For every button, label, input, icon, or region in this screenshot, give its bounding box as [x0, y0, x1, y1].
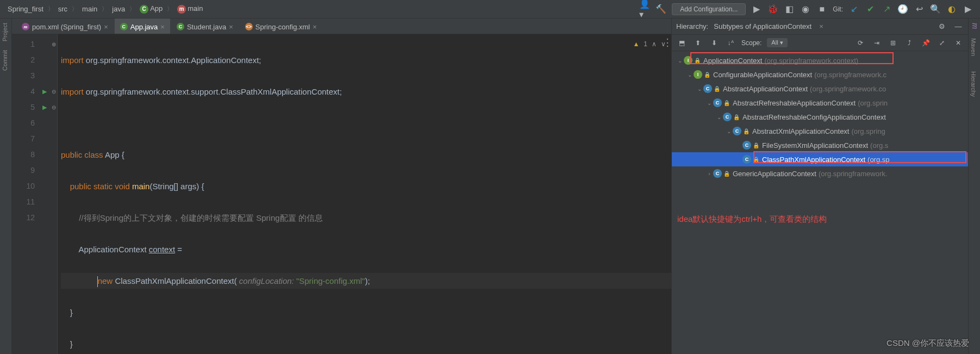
- class-name: FileSystemXmlApplicationContext: [762, 141, 868, 150]
- lock-icon: 🔒: [723, 100, 730, 106]
- hierarchy-node[interactable]: C🔒FileSystemXmlApplicationContext(org.s: [672, 138, 968, 152]
- tab-label: Student.java: [187, 23, 226, 31]
- tab-student-java[interactable]: CStudent.java×: [171, 18, 239, 34]
- warning-icon[interactable]: ▲: [633, 36, 639, 52]
- maven-tool-label[interactable]: Maven: [969, 34, 978, 60]
- git-revert-icon[interactable]: ↩: [914, 4, 925, 15]
- crumb-java[interactable]: java: [110, 5, 127, 13]
- close-tab-icon[interactable]: ×: [160, 23, 165, 31]
- lock-icon: 🔒: [704, 72, 710, 78]
- hierarchy-node[interactable]: ›C🔒GenericApplicationContext(org.springf…: [672, 166, 968, 181]
- tab-spring-config-xml[interactable]: <>Spring-config.xml×: [240, 18, 322, 34]
- annotation-text: idea默认快捷键为ctrl+h，可查看类的结构: [677, 214, 827, 225]
- expand-all-icon[interactable]: ⊞: [888, 38, 898, 48]
- profile-icon[interactable]: ◉: [800, 4, 811, 15]
- class-icon: C: [723, 113, 732, 121]
- crumb-project[interactable]: Spring_first: [5, 5, 46, 13]
- package-name: (org.sp: [867, 156, 889, 164]
- code-content[interactable]: import org.springframework.context.Appli…: [58, 34, 671, 354]
- class-icon: C: [703, 84, 712, 93]
- hierarchy-tool-tab[interactable]: Hierarchy: [969, 67, 978, 101]
- maven-tool-tab[interactable]: m: [969, 18, 980, 34]
- expand-arrow-icon[interactable]: ⌄: [706, 100, 713, 106]
- package-name: (org.spring: [851, 127, 885, 135]
- gear-icon[interactable]: ⚙: [937, 21, 947, 32]
- expand-arrow-icon[interactable]: ⌄: [696, 86, 703, 92]
- class-name: ApplicationContext: [703, 57, 762, 65]
- crumb-method[interactable]: mmain: [175, 4, 205, 14]
- tab-pom-xml-spring_first-[interactable]: mpom.xml (Spring_first)×: [16, 18, 114, 34]
- git-label: Git:: [833, 5, 843, 13]
- supertypes-icon[interactable]: ⬆: [692, 38, 703, 48]
- crumb-src[interactable]: src: [56, 5, 70, 13]
- crumb-class[interactable]: CApp: [138, 4, 165, 14]
- pin-icon[interactable]: 📌: [920, 38, 931, 48]
- hierarchy-node[interactable]: ⌄C🔒AbstractRefreshableConfigApplicationC…: [672, 110, 968, 124]
- tab-app-java[interactable]: CApp.java×: [115, 18, 170, 34]
- subtypes-icon[interactable]: ⬇: [709, 38, 720, 48]
- hierarchy-node[interactable]: C🔒ClassPathXmlApplicationContext(org.sp: [672, 152, 968, 166]
- git-push-icon[interactable]: ↗: [881, 4, 892, 15]
- file-type-icon: C: [120, 23, 128, 30]
- refresh-icon[interactable]: ⟳: [855, 38, 866, 48]
- coverage-icon[interactable]: ◧: [784, 4, 795, 15]
- expand-arrow-icon[interactable]: ⌄: [676, 58, 684, 64]
- user-icon[interactable]: 👤▾: [639, 4, 650, 15]
- restore-icon[interactable]: ⤢: [937, 38, 947, 48]
- class-icon: C: [733, 127, 741, 135]
- ide-settings-icon[interactable]: ◐: [946, 4, 957, 15]
- commit-tool-tab[interactable]: Commit: [0, 46, 10, 75]
- git-update-icon[interactable]: ↙: [848, 4, 859, 15]
- expand-arrow-icon[interactable]: ⌄: [686, 72, 694, 78]
- expand-arrow-icon[interactable]: ›: [706, 171, 713, 177]
- hierarchy-node[interactable]: ⌄I🔒ApplicationContext(org.springframewor…: [672, 53, 968, 67]
- hierarchy-tree[interactable]: idea默认快捷键为ctrl+h，可查看类的结构 ⌄I🔒ApplicationC…: [672, 51, 968, 354]
- class-name: AbstractRefreshableApplicationContext: [733, 99, 856, 107]
- inspection-badges[interactable]: ▲ 1 ∧ ∨: [633, 36, 666, 52]
- hierarchy-node[interactable]: ⌄C🔒AbstractApplicationContext(org.spring…: [672, 82, 968, 96]
- close-tab-icon[interactable]: ×: [229, 23, 233, 31]
- expand-arrow-icon[interactable]: ⌄: [725, 128, 733, 134]
- close-hierarchy-tab-icon[interactable]: ×: [819, 22, 823, 30]
- debug-icon[interactable]: 🐞: [767, 4, 778, 15]
- avatar-icon[interactable]: ▶: [963, 4, 973, 15]
- autoscroll-icon[interactable]: ⇥: [871, 38, 882, 48]
- add-configuration-button[interactable]: Add Configuration...: [672, 3, 746, 15]
- tab-label: pom.xml (Spring_first): [32, 23, 101, 31]
- hierarchy-node[interactable]: ⌄C🔒AbstractRefreshableApplicationContext…: [672, 96, 968, 110]
- close-tab-icon[interactable]: ×: [104, 23, 108, 31]
- class-icon: C: [742, 155, 751, 164]
- stop-icon[interactable]: ■: [816, 4, 827, 15]
- class-name: AbstractRefreshableConfigApplicationCont…: [742, 113, 886, 121]
- class-hierarchy-icon[interactable]: ⬒: [676, 38, 687, 48]
- code-editor[interactable]: 123456789101112 ▶▶ ⊕⊖⊖ import org.spring…: [12, 34, 671, 354]
- scope-selector[interactable]: All ▾: [767, 38, 787, 47]
- close-icon[interactable]: ✕: [953, 38, 964, 48]
- class-icon: I: [694, 70, 702, 79]
- git-commit-icon[interactable]: ✔: [865, 4, 876, 15]
- expand-arrow-icon[interactable]: ⌄: [715, 114, 723, 120]
- package-name: (org.springframework.c: [814, 71, 887, 79]
- hide-icon[interactable]: —: [953, 21, 964, 32]
- class-icon: C: [713, 98, 722, 107]
- warning-count: 1: [644, 36, 647, 52]
- editor-tabs: mpom.xml (Spring_first)×CApp.java×CStude…: [12, 18, 671, 34]
- hierarchy-node[interactable]: ⌄I🔒ConfigurableApplicationContext(org.sp…: [672, 67, 968, 82]
- class-icon: I: [684, 56, 692, 65]
- project-tool-tab[interactable]: Project: [0, 18, 10, 46]
- lock-icon: 🔒: [694, 58, 701, 64]
- search-icon[interactable]: 🔍: [930, 4, 941, 15]
- run-icon[interactable]: ▶: [751, 4, 762, 15]
- export-icon[interactable]: ⤴: [904, 38, 915, 48]
- editor-more-icon[interactable]: ⋮: [663, 36, 672, 48]
- breadcrumb[interactable]: Spring_first〉 src〉 main〉 java〉 CApp〉 mma…: [0, 4, 205, 14]
- git-history-icon[interactable]: 🕘: [897, 4, 908, 15]
- prev-highlight-icon[interactable]: ∧: [652, 36, 657, 52]
- left-tool-strip: Project Commit: [0, 18, 12, 354]
- build-icon[interactable]: 🔨: [656, 4, 666, 15]
- hierarchy-node[interactable]: ⌄C🔒AbstractXmlApplicationContext(org.spr…: [672, 124, 968, 138]
- sort-icon[interactable]: ↓ᴬ: [725, 38, 736, 48]
- crumb-main[interactable]: main: [80, 5, 99, 13]
- close-tab-icon[interactable]: ×: [313, 23, 317, 31]
- hierarchy-title: Hierarchy:: [676, 22, 708, 30]
